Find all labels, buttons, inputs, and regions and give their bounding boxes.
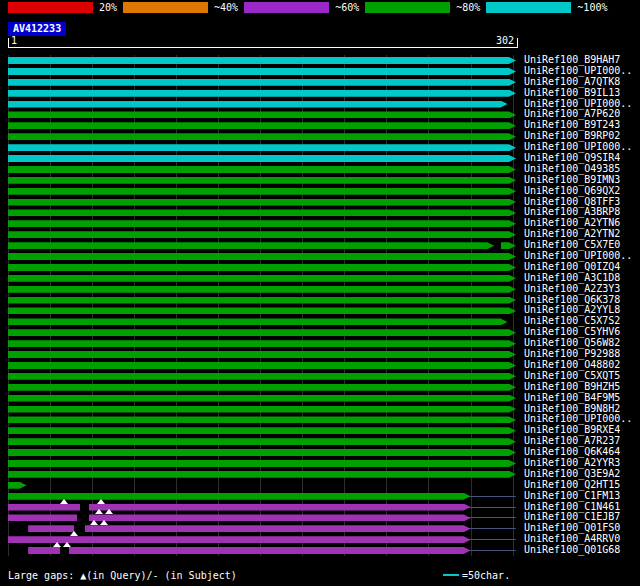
hsp-bar[interactable] [8,460,516,467]
query-gap-triangle-icon [90,520,98,525]
hsp-bar[interactable] [8,111,516,118]
hsp-bar[interactable] [8,188,516,195]
hsp-bar[interactable] [8,504,471,511]
hsp-bar[interactable] [8,384,516,391]
ruler-start-label: 1 [11,35,17,46]
hsp-bar[interactable] [8,144,516,151]
scale-segment [8,2,93,13]
hsp-bar[interactable] [8,79,516,86]
hsp-bar[interactable] [8,427,516,434]
hit-accession-label[interactable]: UniRef100_B9IL13 [518,88,620,99]
hsp-bar[interactable] [8,493,471,500]
ruler-tick-start [8,38,9,47]
unaligned-tail-line [469,550,516,551]
scale-segment [244,2,329,13]
alignment-track [8,436,518,447]
alignment-track [8,502,518,513]
hsp-bar[interactable] [8,166,516,173]
unaligned-tail-line [469,528,516,529]
alignment-track [8,55,518,66]
hsp-bar[interactable] [8,220,516,227]
subject-gap-dash [60,547,68,554]
alignment-track [8,240,518,251]
alignment-track [8,534,518,545]
alignment-track [8,229,518,240]
hsp-bar[interactable] [8,536,471,543]
hsp-bar[interactable] [8,231,516,238]
hsp-bar[interactable] [8,275,516,282]
hit-accession-label[interactable]: UniRef100_A2Z3Y3 [518,284,620,295]
hsp-bar[interactable] [8,362,516,369]
hsp-bar[interactable] [8,90,516,97]
hsp-bar[interactable] [8,373,516,380]
hit-accession-label[interactable]: UniRef100_Q69QX2 [518,186,620,197]
hit-accession-label[interactable]: UniRef100_Q01G68 [518,545,620,556]
hsp-bar[interactable] [8,438,516,445]
alignment-track [8,218,518,229]
hsp-bar[interactable] [8,286,516,293]
hsp-bar[interactable] [8,329,516,336]
blast-overview-page: 20%~40%~60%~80%~100% AV412233 1 302 UniR… [0,2,640,583]
hit-accession-label[interactable]: UniRef100_C1FM13 [518,491,620,502]
alignment-track [8,251,518,262]
alignment-track [8,186,518,197]
alignment-track [8,99,518,110]
hsp-bar[interactable] [8,340,516,347]
alignment-track [8,404,518,415]
alignment-track [8,458,518,469]
hit-accession-label[interactable]: UniRef100_Q2HT15 [518,480,620,491]
alignment-track [8,338,518,349]
hsp-bar[interactable] [8,199,516,206]
hsp-bar[interactable] [8,406,516,413]
hit-accession-label[interactable]: UniRef100_B4F9M5 [518,393,620,404]
hsp-bar[interactable] [8,155,516,162]
alignment-track [8,371,518,382]
alignment-row: UniRef100_Q69QX2 [8,186,640,197]
hsp-bar[interactable] [8,242,494,249]
alignment-track [8,382,518,393]
hsp-bar[interactable] [8,307,516,314]
hsp-bar[interactable] [8,471,516,478]
hsp-bar[interactable] [8,416,516,423]
alignment-track [8,545,518,556]
hsp-bar[interactable] [8,449,516,456]
identity-scale-bar: 20%~40%~60%~80%~100% [8,2,632,13]
hsp-bar[interactable] [8,68,516,75]
query-gap-triangle-icon [97,499,105,504]
hsp-bar[interactable] [8,133,516,140]
hsp-bar[interactable] [8,264,516,271]
hsp-bar[interactable] [8,318,508,325]
hsp-bar[interactable] [8,351,516,358]
hsp-bar[interactable] [8,101,508,108]
hsp-bar[interactable] [28,525,470,532]
hsp-bar[interactable] [8,482,27,489]
query-gap-triangle-icon [100,520,108,525]
hsp-bar[interactable] [8,122,516,129]
hsp-bar[interactable] [501,242,516,249]
ruler-end-label: 302 [496,35,514,46]
hsp-bar[interactable] [8,177,516,184]
alignment-track [8,414,518,425]
gaps-legend-text: Large gaps: ▲(in Query)/- (in Subject) [8,570,237,581]
query-gap-triangle-icon [105,509,113,514]
scale-legend: =50char. [443,570,510,581]
scale-line-icon [443,574,459,576]
hsp-bar[interactable] [8,395,516,402]
hit-list: UniRef100_B9HAH7UniRef100_UPI000..UniRef… [8,48,640,556]
unaligned-tail-line [469,496,516,497]
alignment-track [8,153,518,164]
hit-accession-label[interactable]: UniRef100_B9HZH5 [518,382,620,393]
hsp-bar[interactable] [8,57,516,64]
query-gap-triangle-icon [60,499,68,504]
alignment-row: UniRef100_Q01G68 [8,545,640,556]
hsp-bar[interactable] [8,297,516,304]
alignment-track [8,77,518,88]
hsp-bar[interactable] [8,209,516,216]
query-gap-triangle-icon [70,531,78,536]
alignment-track [8,360,518,371]
alignment-track [8,512,518,523]
hsp-bar[interactable] [8,253,516,260]
query-ruler: 1 302 [8,37,518,48]
alignment-track [8,284,518,295]
hsp-bar[interactable] [28,547,470,554]
